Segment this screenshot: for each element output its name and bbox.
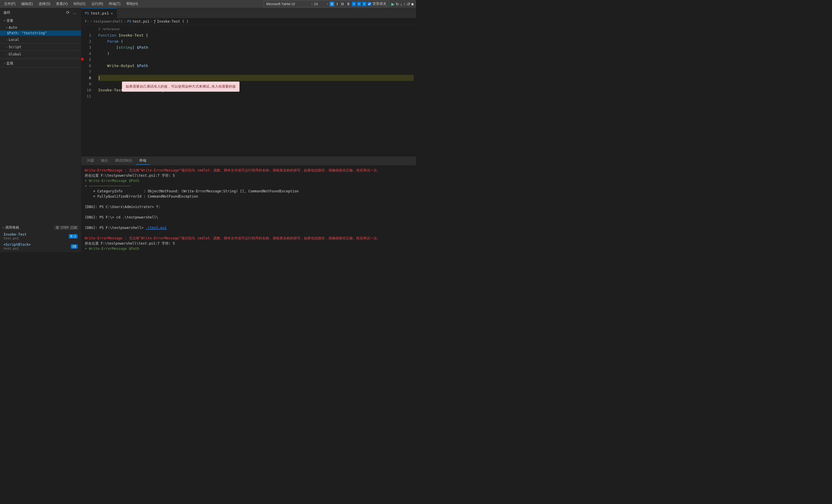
sidebar-refresh-icon[interactable]: ⟳ [65,10,71,15]
tab-name: test.ps1 [90,11,109,16]
line-num-3: 3 [81,45,94,51]
call-stack-item-0-file: test.ps1 [3,237,26,240]
step-over-button[interactable]: ↻ [396,2,399,6]
script-chevron-icon: › [6,46,7,49]
variables-title[interactable]: ▾ 变量 [0,18,81,24]
term-line-9: Write-ErrorMessage : 无法将"Write-ErrorMess… [85,236,413,241]
bg-fill-checkbox[interactable] [367,2,371,6]
auto-label: Auto [9,26,17,30]
breadcrumb-sep2: > [124,20,126,24]
step-badge: 显 STEP 已跳 [54,226,79,230]
watch-section: › 监视 [0,59,81,68]
term-line-0: Write-ErrorMessage : 无法将"Write-ErrorMess… [85,168,413,173]
call-stack-label: 调用堆栈 [5,225,19,230]
menu-view[interactable]: 查看(V) [54,1,69,7]
menu-run[interactable]: 运行(R) [90,1,105,7]
tab-debug-console[interactable]: 调试控制台 [111,157,136,165]
ref-hint: 1 reference [98,26,119,32]
term-line-1: 所在位置 F:\testpowershell\test.ps1:7 字符: 5 [85,173,413,178]
tooltip-text: 如果需要自己测试传入的值，可以使用这种方式来测试,传入你需要的值 [126,84,236,88]
menu-select[interactable]: 选择(S) [37,1,52,7]
continue-button[interactable]: ▶ [391,2,394,6]
font-name-chevron-icon: ▾ [311,2,313,5]
panel-tabs: 问题 输出 调试控制台 终端 [81,157,416,165]
local-section: › Local [0,36,81,44]
breadcrumb-folder[interactable]: testpowershell [94,20,123,24]
step-into-button[interactable]: ↓ [400,2,402,6]
auto-title[interactable]: ▾ Auto [0,25,81,30]
term-line-8: [DBG]: PS F:\testpowershell> .\test.ps1 [85,225,413,230]
call-stack-item-0-name: Invoke-Test [3,232,26,237]
stop-button[interactable]: ■ [411,2,414,6]
call-stack-section: ▾ 调用堆栈 显 STEP 已跳 Invoke-Test test.ps1 8:… [0,223,81,252]
menu-terminal[interactable]: 终端(T) [107,1,122,7]
variables-section: ▾ 变量 ▾ Auto $Path: "teststring" › Local [0,17,81,59]
breadcrumb-file[interactable]: test.ps1 [133,20,150,24]
call-stack-item-0[interactable]: Invoke-Test test.ps1 8:1 [0,231,81,241]
menu-edit[interactable]: 编辑(E) [20,1,34,7]
call-stack-item-1[interactable]: <ScriptBlock> test.ps1 10 [0,241,81,251]
variables-label: 变量 [6,18,14,23]
var-path-item[interactable]: $Path: "teststring" [0,30,81,36]
global-title[interactable]: › Global [0,51,81,57]
tab-close-icon[interactable]: × [111,11,113,16]
step-out-button[interactable]: ↑ [404,2,406,6]
script-title[interactable]: › Script [0,44,81,50]
global-chevron-icon: › [6,53,7,56]
code-line-6: Write-Output $Path [98,63,414,69]
bg-fill-checkbox-label: 背景填充 [367,1,386,6]
font-size-chevron-icon: ▾ [327,2,328,5]
sidebar-header-icons: ⟳ … [65,10,78,15]
call-stack-item-0-info: Invoke-Test test.ps1 [3,232,26,240]
align-center-button[interactable]: ≡ [357,2,361,6]
italic-button[interactable]: I [336,2,339,6]
menu-goto[interactable]: 转到(G) [72,1,87,7]
underline-button[interactable]: U [340,2,345,6]
sidebar-more-icon[interactable]: … [72,10,78,15]
align-right-button[interactable]: ≡ [362,2,366,6]
call-stack-item-1-info: <ScriptBlock> test.ps1 [3,243,31,250]
restart-button[interactable]: ↺ [407,2,410,6]
local-label: Local [9,38,19,42]
local-chevron-icon: › [6,38,7,42]
breadcrumb: F: > testpowershell > PS test.ps1 > ƒ In… [81,18,416,25]
font-name-input[interactable] [266,2,310,6]
auto-section: ▾ Auto $Path: "teststring" [0,24,81,36]
font-size-input[interactable] [314,2,326,6]
strikethrough-button[interactable]: S [346,2,351,6]
call-stack-header: ▾ 调用堆栈 显 STEP 已跳 [0,224,81,231]
code-line-8: } [98,75,414,81]
local-title[interactable]: › Local [0,37,81,43]
line-num-2: 2 [81,38,94,45]
breadcrumb-root[interactable]: F: [85,20,89,24]
tab-bar: PS test.ps1 × [81,8,416,18]
watch-title[interactable]: › 监视 [0,60,81,67]
script-section: › Script [0,44,81,51]
call-stack-title[interactable]: ▾ 调用堆栈 [2,225,19,230]
menu-file[interactable]: 文件(F) [2,1,17,7]
run-label: 运行 [3,10,10,15]
tab-terminal[interactable]: 终端 [136,157,150,165]
script-label: Script [9,45,21,49]
toolbar-right-debug: ▶ ↻ ↓ ↑ ↺ ■ [391,2,414,6]
call-stack-item-0-line: 8:1 [69,234,78,239]
call-stack-item-1-file: test.ps1 [3,247,31,250]
top-toolbar: 文件(F) 编辑(E) 选择(S) 查看(V) 转到(G) 运行(R) 终端(T… [0,0,416,8]
editor-area: PS test.ps1 × F: > testpowershell > PS t… [81,8,416,252]
auto-chevron-icon: ▾ [6,26,7,29]
menu-help[interactable]: 帮助(H) [125,1,140,7]
align-left-button[interactable]: ≡ [352,2,356,6]
call-stack-item-1-name: <ScriptBlock> [3,243,31,247]
tab-test-ps1[interactable]: PS test.ps1 × [81,8,117,18]
line-num-10: 10 [81,87,94,93]
code-line-7 [98,69,414,75]
panel-content[interactable]: Write-ErrorMessage : 无法将"Write-ErrorMess… [81,165,416,252]
tab-issues[interactable]: 问题 [84,157,98,165]
tab-output[interactable]: 输出 [98,157,111,165]
breadcrumb-func[interactable]: Invoke-Test ( ) [157,20,188,24]
code-content[interactable]: 1 reference Function Invoke-Test { Param… [96,25,416,156]
panel-area: 问题 输出 调试控制台 终端 Write-ErrorMessage : 无法将"… [81,156,416,252]
code-line-4: ) [98,51,414,57]
breadcrumb-sep1: > [90,20,92,24]
bold-button[interactable]: B [330,2,334,6]
